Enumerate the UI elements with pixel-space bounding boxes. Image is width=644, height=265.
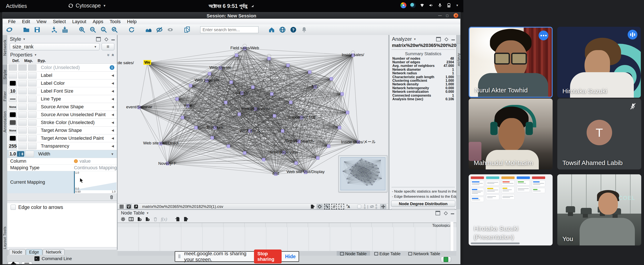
import-table-icon[interactable]	[61, 26, 69, 33]
expand-arrow-icon[interactable]: ◀	[111, 105, 114, 109]
analyzer-caret-icon[interactable]: ▼	[414, 37, 416, 41]
table-scrollbar[interactable]	[450, 222, 453, 252]
bypass-cell[interactable]	[28, 119, 36, 126]
participant-tile-you[interactable]: COEL You	[557, 174, 641, 246]
mapping-type-value[interactable]: Continuous Mapping	[74, 165, 117, 171]
style-select[interactable]: size_rank ▼	[10, 43, 100, 50]
table-settings-gear-icon[interactable]	[120, 217, 126, 222]
hide-selected-icon[interactable]	[156, 26, 163, 33]
zoom-fit-icon[interactable]: 1	[100, 26, 108, 33]
mapping-cell[interactable]	[18, 111, 27, 118]
style-options-button[interactable]: ≡	[102, 43, 114, 50]
table-minimize-icon[interactable]	[451, 213, 454, 214]
tray-chevron-icon[interactable]: ▼	[456, 3, 459, 7]
style-row-width[interactable]: 1.0⋮⇕Width▼	[7, 150, 117, 158]
style-tab-network[interactable]: Network	[43, 249, 64, 255]
collapse-all-icon[interactable]: »	[110, 53, 116, 56]
notifications-bell-icon[interactable]	[300, 26, 308, 33]
volume-icon[interactable]	[428, 3, 434, 8]
menu-apps[interactable]: Apps	[93, 19, 103, 24]
window-titlebar[interactable]: Session: New Session — ▢ ✕	[2, 12, 460, 19]
network-tab-icon[interactable]	[126, 204, 132, 209]
import-network-icon[interactable]	[50, 26, 58, 33]
edge-color-to-arrows-checkbox[interactable]	[11, 205, 16, 210]
add-column-icon[interactable]	[137, 217, 142, 222]
chrome-tray-icon[interactable]	[400, 2, 406, 8]
default-value-cell[interactable]	[8, 72, 17, 79]
memory-status-button[interactable]	[441, 257, 451, 263]
style-tab-node[interactable]: Node	[9, 249, 26, 255]
bypass-cell[interactable]	[28, 111, 36, 118]
menu-tools[interactable]: Tools	[110, 19, 120, 24]
minimize-panel-icon[interactable]	[111, 39, 115, 40]
new-network-from-selection-icon[interactable]	[184, 26, 191, 33]
analyzer-pin-icon[interactable]	[445, 37, 448, 40]
default-value-cell[interactable]: 1.0	[8, 151, 17, 157]
sidebar-tab-annotation[interactable]: Annotation	[2, 108, 7, 135]
analyzer-float-icon[interactable]	[436, 37, 441, 41]
expand-arrow-icon[interactable]: ◀	[111, 89, 114, 93]
style-row-label[interactable]: Label◀	[7, 72, 117, 79]
sidebar-tab-network[interactable]: Network	[2, 36, 7, 59]
mapping-cell[interactable]	[18, 88, 27, 94]
home-icon[interactable]	[268, 26, 276, 33]
first-neighbors-icon[interactable]	[145, 26, 152, 33]
expand-arrow-icon[interactable]: ◀	[111, 73, 114, 77]
move-label-icon[interactable]: A	[346, 204, 352, 209]
analyzer-side-tab[interactable]: Analyzer	[456, 43, 460, 76]
style-row-color-unselected-[interactable]: Color (Unselected)i	[7, 64, 117, 72]
export-network-icon[interactable]	[309, 204, 316, 209]
mapping-cell[interactable]	[18, 127, 27, 134]
cloud-button[interactable]	[8, 262, 20, 264]
save-session-icon[interactable]	[33, 26, 41, 33]
counts-checkbox[interactable]	[357, 205, 361, 209]
style-row-source-arrow-shape[interactable]: NoneSource Arrow Shape◀	[7, 103, 117, 111]
properties-caret-icon[interactable]: ▼	[34, 53, 37, 56]
open-session-icon[interactable]	[22, 26, 30, 33]
show-columns-icon[interactable]	[128, 217, 134, 222]
network-tab-filename[interactable]: matrix%20w%20365%20t%20182%20(1).csv	[142, 204, 308, 209]
participant-tile-hirotaka[interactable]: Hirotaka Suzuki	[557, 27, 641, 98]
close-button[interactable]: ✕	[454, 13, 458, 18]
default-value-cell[interactable]	[8, 135, 17, 141]
default-value-cell[interactable]: 255	[8, 143, 17, 149]
grid-view-icon[interactable]	[118, 204, 125, 209]
table-body[interactable]	[118, 227, 456, 252]
globe-icon[interactable]	[279, 26, 286, 33]
select-nodes-icon[interactable]	[324, 204, 330, 209]
show-all-icon[interactable]	[166, 26, 174, 33]
diamond-tool-icon[interactable]	[316, 204, 323, 209]
battery-icon[interactable]	[446, 3, 452, 8]
mapping-column-value[interactable]: value	[74, 158, 117, 164]
menu-edit[interactable]: Edit	[22, 19, 30, 24]
mapping-cell[interactable]	[18, 135, 27, 141]
menu-view[interactable]: View	[36, 19, 46, 24]
export-table-icon[interactable]	[183, 217, 188, 222]
import-table-file-icon[interactable]	[175, 217, 180, 222]
expand-arrow-icon[interactable]: ◀	[111, 81, 114, 85]
table-pin-icon[interactable]	[444, 212, 447, 215]
style-row-stroke-color-unselected-[interactable]: Stroke Color (Unselected)◀	[7, 119, 117, 127]
analyzer-minimize-icon[interactable]	[452, 39, 455, 40]
select-edges-icon[interactable]	[331, 204, 337, 209]
mapping-cell[interactable]	[18, 96, 27, 102]
microphone-icon[interactable]	[438, 3, 442, 8]
refresh-layout-icon[interactable]	[128, 26, 136, 33]
table-float-icon[interactable]	[436, 211, 440, 215]
sidebar-tab-filter[interactable]: Filter	[2, 86, 7, 106]
default-value-cell[interactable]: None	[8, 104, 17, 110]
expand-arrow-icon[interactable]: ◀	[111, 97, 114, 101]
participant-tile-presentation[interactable]: Hirotaka Suzuki (Presentation)	[469, 174, 552, 246]
bypass-cell[interactable]	[28, 127, 36, 134]
style-row-label-font-size[interactable]: 10Label Font Size◀	[7, 87, 117, 95]
menu-layout[interactable]: Layout	[72, 19, 86, 24]
default-value-cell[interactable]: None	[8, 127, 17, 134]
default-value-cell[interactable]	[8, 80, 17, 86]
mapping-cell[interactable]	[18, 143, 27, 149]
bypass-cell[interactable]	[28, 143, 36, 149]
app-menu[interactable]: Cytoscape ▼	[68, 2, 106, 9]
menu-file[interactable]: File	[8, 19, 16, 24]
birds-eye-navigator[interactable]	[338, 155, 387, 192]
table-panel-caret-icon[interactable]: ▼	[146, 212, 149, 215]
pan-tool-icon[interactable]	[380, 204, 386, 209]
